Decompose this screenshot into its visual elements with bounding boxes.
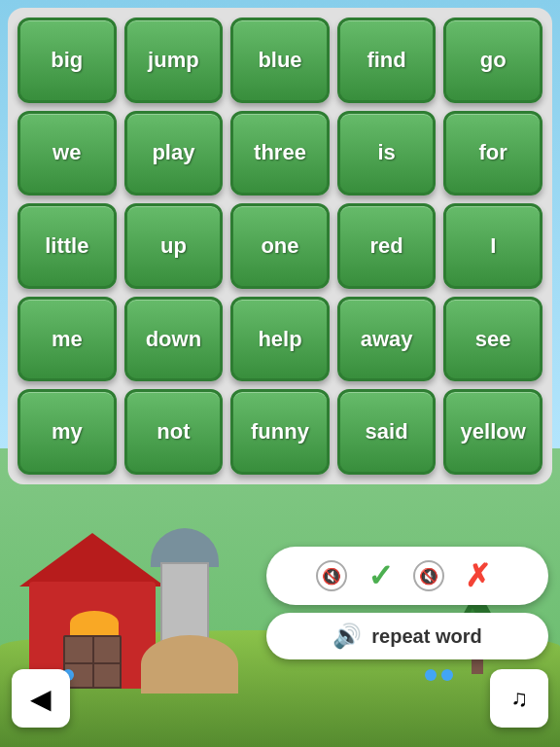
- word-tile-3-1[interactable]: down: [124, 297, 224, 382]
- word-tile-0-3[interactable]: find: [337, 18, 437, 103]
- word-tile-4-4[interactable]: yellow: [443, 389, 542, 475]
- music-button[interactable]: ♫: [490, 669, 548, 728]
- music-icon: ♫: [510, 685, 528, 712]
- word-tile-2-3[interactable]: red: [337, 203, 437, 289]
- word-tile-0-1[interactable]: jump: [124, 18, 224, 103]
- word-tile-2-2[interactable]: one: [230, 203, 330, 289]
- barn-hay: [70, 611, 119, 635]
- mute-icon-1: 🔇: [322, 567, 341, 586]
- word-tile-1-2[interactable]: three: [230, 111, 330, 196]
- mute-button-2[interactable]: 🔇: [413, 560, 444, 591]
- word-tile-0-0[interactable]: big: [18, 18, 117, 103]
- x-icon: ✗: [465, 557, 491, 594]
- mute-button-1[interactable]: 🔇: [316, 560, 347, 591]
- mute-icon-2: 🔇: [419, 567, 438, 586]
- back-icon: ◀: [30, 683, 52, 715]
- word-tile-2-4[interactable]: I: [443, 203, 542, 289]
- checkmark-icon: ✓: [368, 557, 394, 594]
- word-tile-4-2[interactable]: funny: [230, 389, 330, 475]
- word-tile-2-1[interactable]: up: [124, 203, 224, 289]
- control-panel: 🔇 ✓ 🔇 ✗ 🔊 repeat word: [266, 547, 548, 659]
- word-tile-4-1[interactable]: not: [124, 389, 224, 475]
- word-tile-4-0[interactable]: my: [18, 389, 117, 475]
- word-tile-2-0[interactable]: little: [18, 203, 117, 289]
- path: [141, 635, 238, 694]
- word-tile-3-4[interactable]: see: [443, 297, 542, 382]
- word-tile-3-3[interactable]: away: [337, 297, 437, 382]
- word-tile-1-4[interactable]: for: [443, 111, 542, 196]
- word-tile-4-3[interactable]: said: [337, 389, 437, 475]
- word-tile-3-2[interactable]: help: [230, 297, 330, 382]
- flower-5: [441, 669, 453, 681]
- flowers-right: [425, 669, 453, 681]
- correct-button[interactable]: ✓: [359, 554, 402, 597]
- word-tile-0-2[interactable]: blue: [230, 18, 330, 103]
- word-tile-1-3[interactable]: is: [337, 111, 437, 196]
- barn-door-cross: [65, 662, 120, 664]
- word-tile-3-0[interactable]: me: [18, 297, 117, 382]
- word-grid: bigjumpbluefindgoweplaythreeisforlittleu…: [8, 8, 552, 484]
- barn-roof: [19, 533, 165, 587]
- repeat-label: repeat word: [371, 625, 481, 648]
- back-button[interactable]: ◀: [12, 669, 70, 728]
- silo-top: [151, 528, 219, 567]
- wrong-button[interactable]: ✗: [456, 554, 499, 597]
- repeat-button[interactable]: 🔊 repeat word: [266, 613, 548, 659]
- speaker-icon: 🔊: [332, 622, 362, 650]
- word-tile-1-1[interactable]: play: [124, 111, 224, 196]
- word-tile-0-4[interactable]: go: [443, 18, 542, 103]
- word-tile-1-0[interactable]: we: [18, 111, 117, 196]
- answer-buttons: 🔇 ✓ 🔇 ✗: [266, 547, 548, 605]
- flower-4: [425, 669, 437, 681]
